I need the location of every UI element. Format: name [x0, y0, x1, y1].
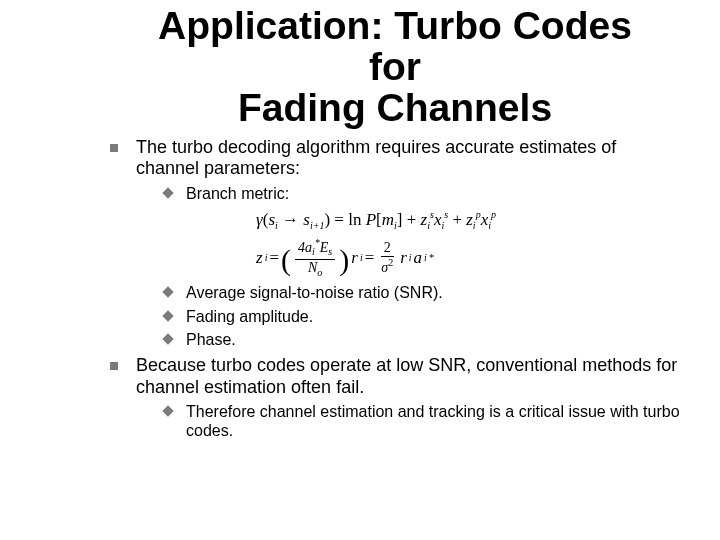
fraction-1-den: No	[305, 260, 325, 278]
formula-gamma: γ(si → si+1) = ln P[mi] + zisxis + zipxi…	[256, 209, 680, 232]
sym-ri2-sub: i	[409, 252, 412, 264]
sym-si1-sub: i+1	[310, 220, 325, 231]
sym-4ai-sub: i	[312, 247, 315, 258]
sym-4ai: 4a	[298, 240, 312, 255]
bullet-text: Fading amplitude.	[186, 308, 313, 325]
sym-Es-sub: s	[328, 247, 332, 258]
sym-zip-sub: i	[473, 220, 476, 231]
formula-zi: zi = ( 4ai*Es No ) ri =	[256, 238, 680, 277]
slide: Application: Turbo Codes for Fading Chan…	[0, 6, 720, 540]
title-line-2: for	[369, 45, 421, 88]
diamond-bullet-icon	[162, 406, 173, 417]
sym-xip-sup: p	[491, 209, 496, 220]
square-bullet-icon	[110, 144, 118, 152]
sym-eq2: =	[269, 248, 279, 268]
diamond-bullet-icon	[162, 287, 173, 298]
bullet-level2: Fading amplitude.	[164, 307, 680, 326]
fraction-2-den: σ2	[378, 257, 396, 275]
sym-xip-sub: i	[488, 220, 491, 231]
slide-body: The turbo decoding algorithm requires ac…	[110, 137, 680, 441]
bullet-text: Branch metric:	[186, 185, 289, 202]
bullet-text: Phase.	[186, 331, 236, 348]
fraction-2-num: 2	[381, 241, 394, 257]
square-bullet-icon	[110, 362, 118, 370]
sym-sigma-sup: 2	[388, 257, 393, 268]
sym-plus: +	[402, 210, 420, 229]
sym-No: N	[308, 260, 317, 275]
bullet-text: Therefore channel estimation and trackin…	[186, 403, 680, 439]
sym-ai-sub: i	[424, 252, 427, 264]
sym-ri-sub: i	[360, 252, 363, 264]
fraction-1-num: 4ai*Es	[295, 238, 335, 259]
sym-ln: ln	[348, 210, 365, 229]
sym-zi: z	[256, 248, 263, 268]
bullet-text: Average signal-to-noise ratio (SNR).	[186, 284, 443, 301]
bullet-level2: Branch metric:	[164, 184, 680, 203]
sym-zis-sub: i	[427, 220, 430, 231]
diamond-bullet-icon	[162, 333, 173, 344]
sym-arrow: →	[278, 210, 304, 229]
fraction-2: 2 σ2	[378, 241, 396, 275]
title-line-1: Application: Turbo Codes	[158, 4, 632, 47]
bullet-level2: Therefore channel estimation and trackin…	[164, 402, 680, 440]
bullet-text: The turbo decoding algorithm requires ac…	[136, 137, 616, 179]
title-line-3: Fading Channels	[238, 86, 552, 129]
sym-gamma: γ	[256, 210, 263, 229]
diamond-bullet-icon	[162, 187, 173, 198]
sym-eq: =	[330, 210, 348, 229]
bullet-level1: The turbo decoding algorithm requires ac…	[110, 137, 680, 349]
sym-2: 2	[384, 240, 391, 255]
slide-title: Application: Turbo Codes for Fading Chan…	[110, 6, 680, 129]
sym-xis-sub: i	[441, 220, 444, 231]
sym-zi-sub: i	[265, 252, 268, 264]
sym-si1: s	[303, 210, 310, 229]
bullet-level1: Because turbo codes operate at low SNR, …	[110, 355, 680, 441]
sym-ai-sup: *	[429, 252, 434, 264]
bullet-level2: Phase.	[164, 330, 680, 349]
sym-si: s	[268, 210, 275, 229]
bullet-level2: Average signal-to-noise ratio (SNR).	[164, 283, 680, 302]
sym-eq3: =	[365, 248, 375, 268]
diamond-bullet-icon	[162, 310, 173, 321]
sym-ai: a	[414, 248, 423, 268]
fraction-1: 4ai*Es No	[295, 238, 335, 277]
sym-ri2: r	[400, 248, 407, 268]
sym-ri: r	[351, 248, 358, 268]
sym-mi: m	[382, 210, 394, 229]
bullet-text: Because turbo codes operate at low SNR, …	[136, 355, 677, 397]
sym-zip: z	[466, 210, 473, 229]
sym-No-sub: o	[317, 266, 322, 277]
formula-block: γ(si → si+1) = ln P[mi] + zisxis + zipxi…	[256, 209, 680, 277]
sym-plus2: +	[448, 210, 466, 229]
sym-P: P	[366, 210, 376, 229]
